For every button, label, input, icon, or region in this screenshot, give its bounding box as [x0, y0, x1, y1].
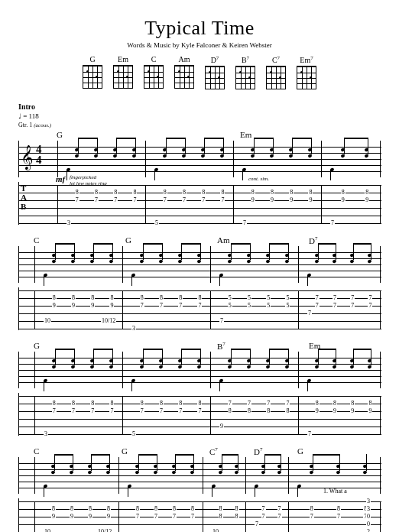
tab-fret: 7	[277, 506, 282, 512]
tab-fret: 8	[94, 190, 99, 196]
tab-fret: 9	[219, 423, 224, 430]
tab-fret: 8	[219, 506, 223, 512]
tab-fret: 9	[88, 514, 92, 520]
tab-fret: 7	[336, 514, 341, 520]
tab-fret: 7	[310, 514, 314, 520]
tab-fret: 2	[366, 529, 371, 532]
tab-fret: 7	[261, 514, 266, 520]
tab-fret: 7	[90, 408, 95, 414]
composer-credit: Words & Music by Kyle Falconer & Keiren …	[18, 41, 381, 49]
tab-fret: 7	[135, 514, 140, 520]
music-system: GEm𝄞44mffingerpicked let low notes ringc…	[18, 130, 381, 225]
tab-fret: 7	[247, 401, 251, 407]
chord-diagram: D7	[205, 55, 225, 89]
tab-fret: 9	[51, 514, 56, 520]
tab-fret: 8	[90, 295, 95, 301]
tab-fret: 8	[289, 190, 294, 196]
chord-diagram: B7	[235, 55, 255, 89]
tab-fret: 5	[228, 295, 232, 301]
tab-fret: 8	[285, 408, 290, 414]
tab-fret: 3	[366, 506, 371, 512]
tab-fret: 3	[366, 498, 371, 504]
tab-fret: 8	[332, 401, 337, 407]
tab-fret: 7	[315, 303, 320, 309]
tab-fret: 8	[308, 190, 313, 196]
tab-fret: 8	[178, 401, 183, 407]
tab-fret: 8	[201, 190, 206, 196]
tab-fret: 7	[71, 408, 76, 414]
tab-fret: 8	[219, 514, 223, 520]
tab-fret: 10	[44, 318, 51, 324]
tab-fret: 5	[247, 295, 251, 301]
tab-fret: 8	[368, 401, 372, 407]
chord-symbol: D7	[309, 235, 317, 245]
tab-fret: 7	[178, 408, 183, 414]
tab-fret: 7	[255, 521, 259, 527]
chord-symbol: G	[57, 130, 63, 139]
tab-fret: 10	[212, 529, 219, 532]
tab-fret: 9	[308, 197, 313, 203]
tab-fret: 7	[182, 197, 187, 203]
tab-fret: 8	[178, 295, 183, 301]
tab-fret: 9	[90, 303, 95, 309]
chord-symbol: Am	[217, 235, 230, 245]
tab-fret: 8	[109, 295, 114, 301]
tab-fret: 7	[201, 197, 206, 203]
tab-fret: 7	[163, 197, 167, 203]
chord-diagram: Am	[174, 55, 194, 89]
tab-fret: 8	[247, 408, 251, 414]
chord-symbol: C	[34, 446, 39, 456]
tab-fret: 7	[307, 310, 312, 316]
tab-fret: 7	[132, 197, 137, 203]
tab-fret: 9	[251, 197, 255, 203]
tab-fret: 8	[52, 295, 57, 301]
tab-fret: 8	[52, 401, 57, 407]
tab-fret: 5	[266, 303, 271, 309]
tab-fret: 5	[266, 295, 271, 301]
tab-fret: 8	[190, 506, 195, 512]
tab-fret: 8	[159, 295, 164, 301]
chord-symbol: C7	[209, 446, 218, 456]
tab-fret: 7	[197, 408, 202, 414]
tab-fret: 5	[131, 431, 136, 437]
tab-fret: 9	[368, 408, 372, 414]
tab-fret: 7	[220, 197, 225, 203]
chord-symbol: Em	[240, 130, 251, 139]
tab-fret: 9	[270, 197, 274, 203]
tab-fret: 9	[52, 303, 57, 309]
tab-fret: 7	[332, 295, 337, 301]
instrument-label: Gtr. 1 (acous.)	[18, 122, 381, 128]
chord-diagram: C	[144, 55, 164, 89]
music-system: CGC7D7G898989891010/12878787873888810777…	[18, 446, 381, 532]
tab-label: TAB	[21, 183, 28, 211]
tab-fret: 7	[277, 514, 282, 520]
tab-fret: 8	[172, 506, 177, 512]
tab-fret: 9	[71, 303, 76, 309]
tab-fret: 8	[235, 514, 239, 520]
tab-fret: 5	[154, 220, 159, 226]
tab-fret: 9	[109, 303, 114, 309]
tab-fret: 7	[172, 514, 177, 520]
tab-fret: 7	[178, 303, 183, 309]
chord-symbol: G	[122, 446, 128, 456]
tab-fret: 7	[285, 401, 290, 407]
tab-fret: 8	[310, 506, 314, 512]
tab-fret: 9	[289, 197, 294, 203]
tab-fret: 8	[266, 408, 271, 414]
music-system: CGAmD7898989891010/128787878735555555577…	[18, 235, 381, 330]
tab-fret: 7	[307, 431, 312, 437]
tab-fret: 7	[350, 295, 355, 301]
chord-diagram: Em	[113, 55, 133, 89]
tab-fret: 7	[332, 303, 337, 309]
tab-fret: 7	[52, 408, 57, 414]
page-title: Typical Time	[18, 17, 381, 40]
tab-fret: 3	[66, 220, 71, 226]
tab-fret: 10	[44, 529, 51, 532]
tab-fret: 8	[197, 401, 202, 407]
tab-fret: 8	[220, 190, 225, 196]
tab-fret: 3	[44, 431, 48, 437]
tab-fret: 7	[159, 408, 164, 414]
tab-fret: 9	[341, 197, 345, 203]
tab-fret: 8	[159, 401, 164, 407]
tab-fret: 5	[247, 303, 251, 309]
